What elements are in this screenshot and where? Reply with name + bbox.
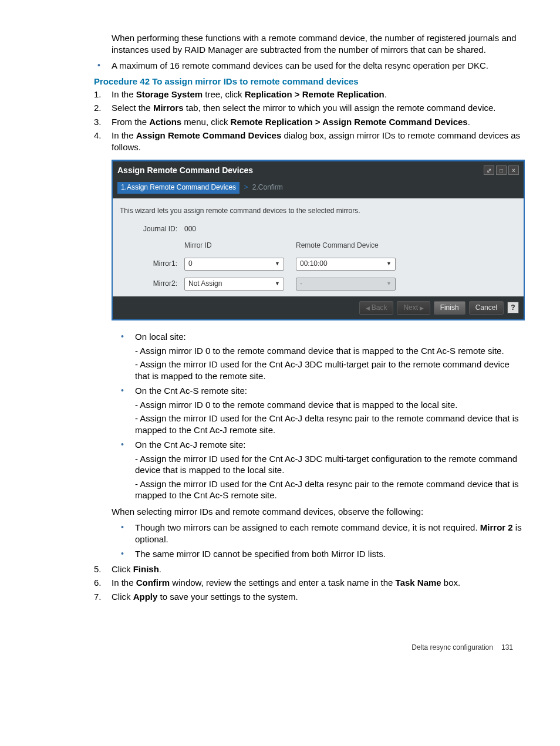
step-6: In the Confirm window, review the settin… [94,577,525,589]
local-site-item: On local site: - Assign mirror ID 0 to t… [112,331,525,382]
dialog-title: Assign Remote Command Devices [117,165,253,175]
mirror2-id-dropdown[interactable]: Not Assign▼ [184,278,284,291]
acj-site-item: On the Cnt Ac-J remote site: - Assign th… [112,439,525,501]
journal-id-label: Journal ID: [120,225,184,234]
footer-section: Delta resync configuration [411,643,493,652]
observe-1: Though two mirrors can be assigned to ea… [112,522,525,545]
mirror2-rcd-dropdown: -▼ [296,278,396,291]
cancel-button[interactable]: Cancel [469,301,504,315]
acs-site-item: On the Cnt Ac-S remote site: - Assign mi… [112,385,525,436]
select-note: When selecting mirror IDs and remote com… [112,506,525,518]
mirror1-id-dropdown[interactable]: 0▼ [184,258,284,271]
step-2: Select the Mirrors tab, then select the … [94,102,525,114]
mirror1-rcd-dropdown[interactable]: 00:10:00▼ [296,258,396,271]
step-7: Click Apply to save your settings to the… [94,591,525,603]
dialog-description: This wizard lets you assign remote comma… [120,207,517,216]
chevron-down-icon: ▼ [275,281,280,288]
chevron-down-icon: ▼ [275,261,280,268]
wizard-breadcrumb: 1.Assign Remote Command Devices > 2.Conf… [113,179,524,198]
chevron-down-icon: ▼ [386,281,392,288]
dialog-titlebar: Assign Remote Command Devices ⤢ □ × [113,161,524,179]
column-remote-command-device: Remote Command Device [296,241,407,251]
titlebar-close-icon[interactable]: × [508,166,519,175]
intro-paragraph: When performing these functions with a r… [112,32,525,55]
breadcrumb-step-1: 1.Assign Remote Command Devices [117,182,239,194]
breadcrumb-separator: > [241,183,250,191]
mirror1-label: Mirror1: [120,259,184,269]
observe-2: The same mirror ID cannot be specified f… [112,548,525,560]
intro-bullet-1: A maximum of 16 remote command devices c… [94,60,525,72]
column-mirror-id: Mirror ID [184,241,296,251]
back-button: Back [359,301,393,315]
step-4: In the Assign Remote Command Devices dia… [94,130,525,560]
titlebar-restore-icon[interactable]: ⤢ [484,166,494,175]
breadcrumb-step-2: 2.Confirm [252,183,283,191]
finish-button[interactable]: Finish [434,301,465,315]
titlebar-maximize-icon[interactable]: □ [496,166,507,175]
dialog-screenshot: Assign Remote Command Devices ⤢ □ × 1.As… [112,160,525,320]
procedure-title: Procedure 42 To assign mirror IDs to rem… [94,76,525,86]
mirror2-label: Mirror2: [120,279,184,289]
footer-page-number: 131 [501,643,513,652]
step-3: From the Actions menu, click Remote Repl… [94,116,525,128]
help-button[interactable]: ? [507,302,519,313]
step-1: In the Storage System tree, click Replic… [94,89,525,100]
step-5: Click Finish. [94,563,525,575]
chevron-down-icon: ▼ [386,261,392,268]
journal-id-value: 000 [184,225,296,234]
next-button: Next [397,301,430,315]
